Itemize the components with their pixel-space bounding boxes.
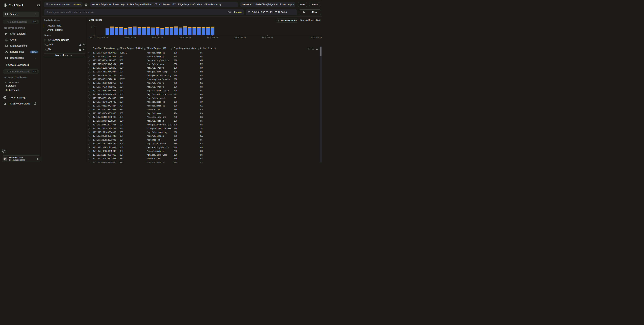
svg-text:0: 0 <box>94 34 94 36</box>
svg-text:11:00:00 PM: 11:00:00 PM <box>124 36 136 39</box>
svg-text:11:00:00 AM: 11:00:00 AM <box>178 36 191 39</box>
svg-text:240: 240 <box>92 26 95 28</box>
svg-text:5:00:00 AM: 5:00:00 AM <box>262 36 273 39</box>
svg-text:Feb 23 4:00:00 PM: Feb 23 4:00:00 PM <box>88 36 108 39</box>
svg-text:5:00:00 PM: 5:00:00 PM <box>206 36 218 39</box>
svg-text:5:00:00 AM: 5:00:00 AM <box>152 36 163 39</box>
svg-text:11:00:00 PM: 11:00:00 PM <box>234 36 246 39</box>
svg-text:4:00:00 PM: 4:00:00 PM <box>310 36 322 39</box>
